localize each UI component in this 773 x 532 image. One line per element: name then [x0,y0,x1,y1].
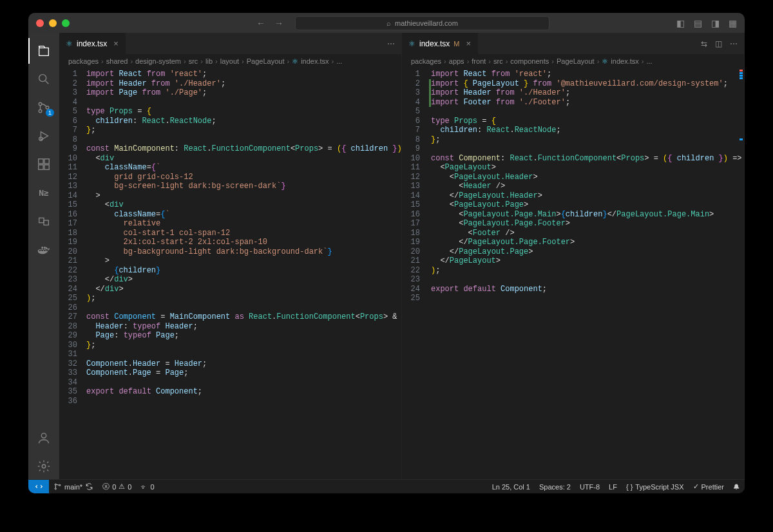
check-icon: ✓ [693,482,699,491]
code-area-left[interactable]: 1234567891011121314151617181920212223242… [59,68,401,479]
close-window-button[interactable] [36,19,44,27]
close-icon[interactable]: × [466,39,472,48]
warning-icon: ⚠ [119,482,125,491]
breadcrumb-segment[interactable]: ... [646,57,652,65]
tabs-right: ⚛ index.tsx M × ⇆ ◫ ⋯ [402,33,744,54]
statusbar: main* ⓧ0 ⚠0 ᯤ0 Ln 25, Col 1 Spaces: 2 UT… [28,479,745,493]
svg-point-2 [39,109,42,113]
svg-point-0 [39,75,46,82]
main-body: 1 N≥ [28,33,745,479]
activity-extensions[interactable] [28,151,59,177]
code-area-right[interactable]: 1234567891011121314151617181920212223242… [402,68,744,479]
status-problems[interactable]: ⓧ0 ⚠0 [98,482,136,491]
breadcrumb-segment[interactable]: design-system [135,57,181,65]
react-icon: ⚛ [408,39,415,48]
breadcrumb-segment[interactable]: src [493,57,503,65]
editor-left: ⚛ index.tsx × ⋯ packages›shared›design-s… [59,33,402,479]
layout-customize-icon[interactable]: ▦ [729,18,737,28]
status-ports[interactable]: ᯤ0 [136,483,158,491]
activity-settings[interactable] [28,453,59,479]
svg-point-1 [39,102,42,106]
bell-icon: 🔔︎ [733,483,740,491]
tab-label: index.tsx [77,39,107,48]
antenna-icon: ᯤ [140,483,148,491]
breadcrumbs-right[interactable]: packages›apps›front›src›components›PageL… [402,54,744,68]
layout-sidebar-right-icon[interactable]: ◨ [711,18,720,28]
code-left[interactable]: import React from 'react';import Header … [86,68,401,479]
svg-rect-6 [44,159,49,164]
activity-search[interactable] [28,66,59,92]
status-cursor[interactable]: Ln 25, Col 1 [488,483,535,491]
command-center-text: mathieuveillard.com [395,19,458,27]
activity-debug[interactable] [28,123,59,149]
breadcrumb-segment[interactable]: apps [449,57,464,65]
tab-index-tsx-right[interactable]: ⚛ index.tsx M × [402,33,478,54]
editor-window: ← → ⌕ mathieuveillard.com ◧ ▤ ◨ ▦ 1 [28,13,745,493]
error-icon: ⓧ [102,482,110,491]
status-lang[interactable]: { }TypeScript JSX [622,483,689,491]
nav-back-button[interactable]: ← [256,18,265,28]
activity-scm[interactable]: 1 [28,95,59,120]
breadcrumb-segment[interactable]: src [189,57,198,65]
traffic-lights [36,19,70,27]
minimap-right[interactable] [740,70,743,140]
tab-overflow-icon[interactable]: ⋯ [730,39,738,48]
remote-indicator[interactable] [28,480,49,493]
gutter-right: 1234567891011121314151617181920212223242… [402,68,429,479]
tab-overflow-icon[interactable]: ⋯ [387,39,395,48]
activity-docker[interactable] [28,236,59,262]
status-notifications[interactable]: 🔔︎ [729,483,745,491]
activity-explorer[interactable] [28,38,59,64]
svg-point-15 [59,484,61,486]
layout-panel-bottom-icon[interactable]: ▤ [694,18,702,28]
activity-references[interactable] [28,208,59,234]
svg-point-14 [55,488,56,489]
breadcrumb-segment[interactable]: index.tsx [301,57,329,65]
breadcrumb-segment[interactable]: packages [68,57,99,65]
status-indent[interactable]: Spaces: 2 [535,483,575,491]
gutter-left: 1234567891011121314151617181920212223242… [59,68,86,479]
tab-label: index.tsx [419,39,450,48]
breadcrumb-segment[interactable]: packages [411,57,441,65]
svg-point-12 [42,464,46,468]
breadcrumb-segment[interactable]: layout [220,57,239,65]
status-encoding[interactable]: UTF-8 [575,483,604,491]
braces-icon: { } [626,483,633,491]
nav-forward-button[interactable]: → [274,18,283,28]
breadcrumb-segment[interactable]: front [472,57,486,65]
breadcrumb-segment[interactable]: lib [205,57,213,65]
breadcrumb-segment[interactable]: PageLayout [557,57,595,65]
breadcrumb-segment[interactable]: shared [106,57,128,65]
status-branch[interactable]: main* [49,482,98,491]
status-prettier[interactable]: ✓Prettier [689,482,729,491]
close-icon[interactable]: × [113,39,119,48]
command-center[interactable]: ⌕ mathieuveillard.com [295,16,549,30]
code-right[interactable]: import React from 'react';import { PageL… [431,68,744,479]
editor-right: ⚛ index.tsx M × ⇆ ◫ ⋯ packages›apps›fron… [402,33,745,479]
svg-point-11 [41,433,46,438]
activity-nx[interactable]: N≥ [28,180,59,205]
svg-rect-10 [44,220,48,225]
react-icon: ⚛ [602,57,608,66]
breadcrumb-segment[interactable]: ... [336,57,342,65]
maximize-window-button[interactable] [62,19,70,27]
nav-arrows: ← → [256,18,283,28]
split-editor-icon[interactable]: ◫ [715,39,722,48]
svg-point-13 [55,484,56,485]
compare-icon[interactable]: ⇆ [701,39,707,48]
activity-account[interactable] [28,425,59,451]
minimize-window-button[interactable] [49,19,57,27]
layout-sidebar-left-icon[interactable]: ◧ [676,18,685,28]
tabs-left: ⚛ index.tsx × ⋯ [59,33,401,54]
react-icon: ⚛ [292,57,298,66]
modified-indicator: M [453,40,459,48]
breadcrumb-segment[interactable]: index.tsx [611,57,638,65]
search-icon: ⌕ [386,19,391,27]
scm-badge: 1 [46,109,54,117]
tab-index-tsx-left[interactable]: ⚛ index.tsx × [59,33,126,54]
breadcrumb-segment[interactable]: PageLayout [247,57,285,65]
breadcrumbs-left[interactable]: packages›shared›design-system›src›lib›la… [59,54,401,68]
sync-icon [85,482,93,491]
status-eol[interactable]: LF [604,483,622,491]
breadcrumb-segment[interactable]: components [510,57,549,65]
